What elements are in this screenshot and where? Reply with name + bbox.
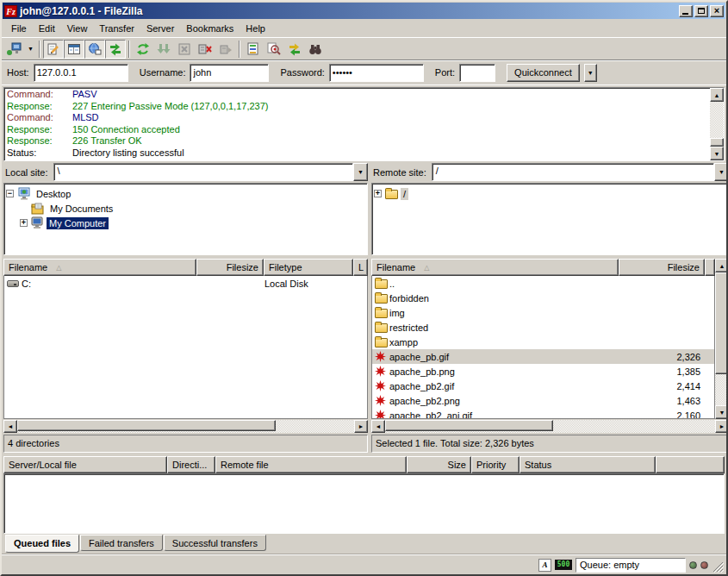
menu-file[interactable]: File bbox=[5, 22, 33, 35]
speed-limit-badge[interactable]: 500 bbox=[555, 560, 572, 570]
scrollbar-thumb[interactable] bbox=[385, 420, 553, 431]
file-row[interactable]: apache_pb.png1,385 bbox=[372, 364, 714, 379]
process-queue-button[interactable] bbox=[153, 40, 174, 59]
scroll-right-icon[interactable]: ► bbox=[715, 420, 728, 433]
scroll-up-icon[interactable]: ▲ bbox=[715, 259, 728, 272]
column-filesize[interactable]: Filesize bbox=[619, 259, 705, 276]
tree-item-my-computer[interactable]: + My Computer bbox=[6, 216, 365, 230]
reconnect-icon bbox=[219, 42, 233, 56]
quickconnect-button[interactable]: Quickconnect bbox=[507, 64, 580, 82]
remote-site-value[interactable]: / bbox=[432, 163, 714, 181]
folder-row[interactable]: .. bbox=[372, 276, 714, 291]
menu-view[interactable]: View bbox=[61, 22, 94, 35]
menu-server[interactable]: Server bbox=[140, 22, 180, 35]
tree-item-my-documents[interactable]: My Documents bbox=[6, 201, 365, 216]
cancel-button[interactable] bbox=[174, 40, 195, 59]
scrollbar-thumb[interactable] bbox=[710, 138, 724, 147]
column-server-local-file[interactable]: Server/Local file bbox=[3, 456, 167, 473]
my-documents-icon bbox=[31, 203, 45, 215]
filter-icon bbox=[246, 42, 260, 56]
port-input[interactable] bbox=[459, 64, 495, 82]
tab-queued-files[interactable]: Queued files bbox=[5, 535, 79, 553]
directory-filters-button[interactable] bbox=[243, 40, 264, 59]
file-row[interactable]: apache_pb2.png1,463 bbox=[372, 393, 714, 408]
minimize-button[interactable] bbox=[679, 5, 693, 17]
column-filetype[interactable]: Filetype bbox=[264, 259, 353, 276]
message-log-toggle-button[interactable] bbox=[43, 40, 64, 59]
remote-tree-toggle-button[interactable] bbox=[84, 40, 105, 59]
transfer-type-ascii-icon[interactable]: A bbox=[538, 559, 551, 572]
folder-icon bbox=[375, 278, 389, 289]
column-priority[interactable]: Priority bbox=[471, 456, 520, 473]
find-files-button[interactable] bbox=[305, 40, 326, 59]
tab-failed-transfers[interactable]: Failed transfers bbox=[80, 535, 163, 551]
local-tree-toggle-button[interactable] bbox=[64, 40, 84, 59]
menu-help[interactable]: Help bbox=[240, 22, 271, 35]
username-input[interactable] bbox=[190, 64, 269, 82]
expand-icon[interactable]: + bbox=[374, 190, 382, 197]
scrollbar-thumb[interactable] bbox=[17, 420, 276, 431]
log-vertical-scrollbar[interactable]: ▲ ▼ bbox=[710, 88, 724, 160]
log-line: Response:227 Entering Passive Mode (127,… bbox=[7, 101, 710, 113]
toolbar: ▼ bbox=[2, 37, 726, 59]
chevron-down-icon[interactable]: ▼ bbox=[714, 163, 728, 181]
remote-horizontal-scrollbar[interactable]: ◄ ► bbox=[371, 420, 728, 433]
folder-row[interactable]: xampp bbox=[372, 335, 714, 349]
host-input[interactable] bbox=[34, 64, 128, 82]
remote-tree-icon bbox=[88, 42, 102, 56]
scroll-down-icon[interactable]: ▼ bbox=[710, 147, 724, 160]
file-row-c-drive[interactable]: C: Local Disk bbox=[4, 276, 367, 291]
column-filename[interactable]: Filename△ bbox=[3, 259, 196, 276]
resize-grip[interactable] bbox=[712, 560, 724, 573]
reconnect-button[interactable] bbox=[215, 40, 236, 59]
tab-successful-transfers[interactable]: Successful transfers bbox=[164, 535, 266, 551]
column-direction[interactable]: Directi... bbox=[167, 456, 215, 473]
column-last-modified[interactable]: L bbox=[353, 259, 368, 276]
menu-transfer[interactable]: Transfer bbox=[93, 22, 140, 35]
quickconnect-dropdown[interactable]: ▼ bbox=[584, 64, 597, 82]
menu-bookmarks[interactable]: Bookmarks bbox=[180, 22, 240, 35]
local-site-value[interactable]: \ bbox=[53, 163, 353, 181]
scrollbar-thumb[interactable] bbox=[715, 272, 728, 374]
scroll-down-icon[interactable]: ▼ bbox=[715, 405, 728, 419]
folder-row[interactable]: img bbox=[372, 305, 714, 320]
scroll-right-icon[interactable]: ► bbox=[354, 420, 368, 433]
folder-row[interactable]: restricted bbox=[372, 320, 714, 335]
column-filesize[interactable]: Filesize bbox=[196, 259, 264, 276]
tree-item-desktop[interactable]: − Desktop bbox=[6, 186, 365, 201]
password-input[interactable] bbox=[329, 64, 424, 82]
queue-list[interactable] bbox=[3, 473, 725, 534]
expand-icon[interactable]: + bbox=[20, 219, 28, 227]
site-manager-dropdown[interactable]: ▼ bbox=[25, 40, 36, 59]
refresh-button[interactable] bbox=[133, 40, 153, 59]
column-remote-file[interactable]: Remote file bbox=[215, 456, 407, 473]
collapse-icon[interactable]: − bbox=[6, 190, 14, 197]
tree-item-root[interactable]: + / bbox=[374, 186, 726, 201]
folder-row[interactable]: forbidden bbox=[372, 291, 714, 305]
column-status[interactable]: Status bbox=[520, 456, 656, 473]
local-horizontal-scrollbar[interactable]: ◄ ► bbox=[3, 420, 368, 433]
disconnect-button[interactable] bbox=[195, 40, 215, 59]
file-row-selected[interactable]: apache_pb.gif2,326 bbox=[372, 349, 714, 364]
scroll-left-icon[interactable]: ◄ bbox=[3, 420, 17, 433]
directory-comparison-button[interactable] bbox=[264, 40, 284, 59]
column-size[interactable]: Size bbox=[407, 456, 471, 473]
chevron-down-icon[interactable]: ▼ bbox=[353, 163, 368, 181]
local-site-combo[interactable]: \ ▼ bbox=[53, 163, 368, 181]
close-button[interactable]: × bbox=[710, 5, 724, 17]
refresh-icon bbox=[136, 42, 150, 56]
title-bar[interactable]: Fz john@127.0.0.1 - FileZilla × bbox=[3, 3, 725, 19]
column-filename[interactable]: Filename△ bbox=[371, 259, 619, 276]
file-row[interactable]: apache_pb2_ani.gif2,160 bbox=[372, 408, 714, 419]
maximize-button[interactable] bbox=[694, 5, 708, 17]
synchronized-browsing-button[interactable] bbox=[284, 40, 305, 59]
queue-toggle-button[interactable] bbox=[105, 40, 126, 59]
scroll-up-icon[interactable]: ▲ bbox=[710, 88, 724, 102]
file-row[interactable]: apache_pb2.gif2,414 bbox=[372, 379, 714, 393]
menu-edit[interactable]: Edit bbox=[33, 22, 61, 35]
scroll-left-icon[interactable]: ◄ bbox=[371, 420, 385, 433]
queue-status-text: Queue: empty bbox=[576, 558, 686, 573]
remote-site-combo[interactable]: / ▼ bbox=[432, 163, 728, 181]
site-manager-button[interactable] bbox=[4, 40, 25, 59]
remote-vertical-scrollbar[interactable]: ▲ ▼ bbox=[715, 259, 728, 419]
